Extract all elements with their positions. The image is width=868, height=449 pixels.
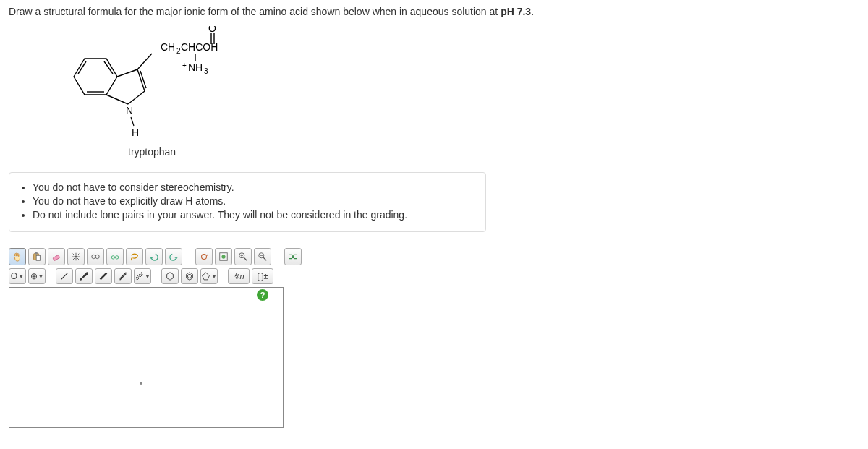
- dropdown-caret-icon: ▼: [145, 273, 150, 280]
- svg-line-5: [106, 95, 128, 104]
- svg-text:O: O: [208, 26, 216, 34]
- svg-marker-47: [81, 273, 88, 280]
- cyclohexane-button[interactable]: [161, 268, 179, 284]
- instruction-item: You do not have to explicitly draw H ato…: [33, 195, 475, 207]
- undo-button[interactable]: [145, 248, 163, 265]
- svg-line-46: [61, 273, 68, 280]
- cyclopentane-button[interactable]: ▼: [200, 268, 218, 284]
- redo-button[interactable]: [165, 248, 182, 265]
- dropdown-caret-icon: ▼: [211, 273, 217, 280]
- svg-point-58: [187, 274, 191, 278]
- element-picker-button[interactable]: O▼: [9, 268, 26, 284]
- svg-line-21: [131, 117, 134, 126]
- svg-point-49: [86, 272, 88, 274]
- clear-button[interactable]: [67, 248, 85, 265]
- wedge-bond-button[interactable]: [75, 268, 93, 284]
- double-bond-button[interactable]: [114, 268, 132, 284]
- add-atom-button[interactable]: ⊕▼: [28, 268, 46, 284]
- drawing-canvas[interactable]: ?: [9, 287, 284, 428]
- svg-rect-24: [35, 252, 38, 255]
- svg-text:NH: NH: [188, 61, 203, 73]
- help-icon: ?: [260, 291, 265, 299]
- svg-line-51: [120, 273, 127, 279]
- svg-line-44: [263, 257, 266, 260]
- fit-button[interactable]: [215, 248, 232, 265]
- paste-button[interactable]: [28, 248, 46, 265]
- help-button[interactable]: ?: [257, 289, 268, 301]
- instruction-item: You do not have to consider stereochemis…: [33, 181, 475, 193]
- question-bold: pH 7.3: [501, 6, 531, 17]
- rotate-button[interactable]: [195, 248, 213, 265]
- svg-text:3: 3: [204, 67, 208, 75]
- benzene-button[interactable]: [181, 268, 198, 284]
- question-prefix: Draw a structural formula for the major …: [9, 6, 501, 17]
- charge-button[interactable]: [ ]±: [252, 268, 273, 284]
- svg-line-50: [101, 273, 107, 280]
- svg-point-48: [80, 278, 82, 281]
- svg-line-7: [128, 91, 145, 104]
- lasso-button[interactable]: [126, 248, 143, 265]
- svg-point-31: [92, 255, 95, 258]
- glasses-button[interactable]: [106, 248, 124, 265]
- svg-text:CH: CH: [161, 41, 175, 53]
- svg-point-33: [111, 256, 114, 259]
- dropdown-caret-icon: ▼: [18, 273, 24, 280]
- dash-bond-button[interactable]: [95, 268, 112, 284]
- eraser-button[interactable]: [48, 248, 65, 265]
- svg-rect-25: [36, 255, 40, 260]
- dropdown-caret-icon: ▼: [38, 273, 44, 280]
- triple-bond-button[interactable]: ▼: [134, 268, 151, 284]
- single-bond-button[interactable]: [56, 268, 73, 284]
- structure-name: tryptophan: [128, 146, 859, 158]
- editor-toolbar-2: O▼ ⊕▼ ▼ ▼ ↯n [ ]±: [9, 268, 859, 284]
- zoom-out-button[interactable]: [254, 248, 271, 265]
- charge-label: [ ]±: [257, 272, 268, 281]
- plus-icon: ⊕: [30, 271, 38, 281]
- svg-text:CHCOH: CHCOH: [181, 41, 218, 53]
- instruction-item: Do not include lone pairs in your answer…: [33, 209, 475, 221]
- zoom-in-button[interactable]: [234, 248, 252, 265]
- hand-tool-button[interactable]: [9, 248, 26, 265]
- svg-text:H: H: [132, 127, 139, 138]
- chain-label: ↯n: [233, 272, 244, 281]
- shuffle-button[interactable]: [284, 248, 302, 265]
- svg-marker-56: [167, 273, 174, 281]
- svg-line-52: [120, 274, 127, 281]
- svg-marker-59: [203, 273, 210, 280]
- element-label: O: [11, 271, 17, 281]
- svg-text:N: N: [126, 105, 133, 116]
- instructions-box: You do not have to consider stereochemis…: [9, 172, 486, 232]
- svg-line-4: [117, 69, 137, 77]
- svg-point-34: [115, 256, 118, 259]
- question-text: Draw a structural formula for the major …: [9, 6, 859, 17]
- svg-text:+: +: [182, 61, 187, 69]
- svg-point-38: [221, 255, 225, 258]
- svg-line-9: [137, 54, 152, 69]
- editor-toolbar-1: [9, 248, 859, 265]
- canvas-marker: [140, 382, 142, 385]
- svg-point-36: [202, 255, 207, 260]
- svg-marker-0: [74, 59, 117, 95]
- structure-image: O CH 2 CHCOH + NH 3 N H tryptophan: [59, 26, 859, 158]
- svg-rect-26: [53, 255, 60, 260]
- svg-line-40: [244, 257, 247, 260]
- chain-button[interactable]: ↯n: [228, 268, 250, 284]
- view-button[interactable]: [87, 248, 104, 265]
- question-suffix: .: [531, 6, 534, 17]
- svg-point-32: [95, 255, 99, 258]
